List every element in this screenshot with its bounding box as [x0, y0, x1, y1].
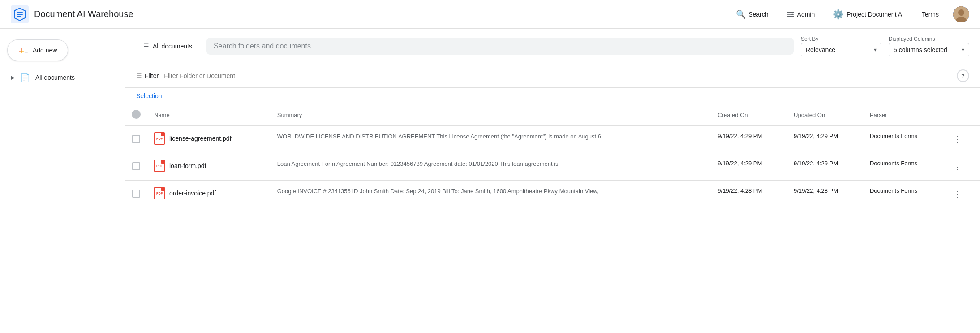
col-created-on: Created On: [710, 104, 787, 126]
row-parser-cell: Documents Forms: [863, 181, 943, 208]
terms-nav-label: Terms: [922, 11, 939, 18]
pdf-icon: PDF: [154, 160, 165, 172]
row-name-cell: PDFlicense-agreement.pdf: [147, 126, 270, 153]
col-updated-on: Updated On: [787, 104, 863, 126]
sidebar-item-label: All documents: [35, 74, 75, 81]
app-title: Document AI Warehouse: [34, 9, 133, 19]
chevron-right-icon: ▶: [11, 74, 15, 81]
col-actions: [943, 104, 980, 126]
select-all-checkbox[interactable]: [132, 110, 141, 119]
col-summary: Summary: [270, 104, 711, 126]
main-content: ☰ All documents Search folders and docum…: [125, 29, 980, 333]
filter-label: Filter: [145, 72, 159, 79]
columns-dropdown: Displayed Columns 5 columns selected ▾: [889, 36, 969, 56]
doc-name-wrapper: PDFloan-form.pdf: [154, 160, 263, 172]
updated-on-value: 9/19/22, 4:29 PM: [794, 133, 838, 139]
col-name: Name: [147, 104, 270, 126]
file-name[interactable]: order-invoice.pdf: [169, 190, 216, 197]
selection-bar: Selection: [125, 88, 980, 104]
project-nav-item[interactable]: ⚙️ Project Document AI: [829, 6, 907, 22]
updated-on-value: 9/19/22, 4:28 PM: [794, 187, 838, 194]
plus-icon: +: [18, 45, 28, 55]
table-row: PDFloan-form.pdfLoan Agreement Form Agre…: [125, 153, 980, 181]
more-actions-button[interactable]: ⋮: [950, 187, 964, 201]
file-name[interactable]: loan-form.pdf: [169, 162, 206, 169]
row-actions-cell: ⋮: [943, 153, 980, 181]
top-nav: Document AI Warehouse 🔍 Search Admin ⚙️ …: [0, 0, 980, 29]
documents-table: Name Summary Created On Updated On Parse…: [125, 104, 980, 208]
sidebar-item-all-documents[interactable]: ▶ 📄 All documents: [4, 68, 121, 87]
logo-icon: [11, 5, 29, 23]
admin-nav-label: Admin: [797, 11, 815, 18]
row-updated-on-cell: 9/19/22, 4:29 PM: [787, 126, 863, 153]
filter-button[interactable]: ☰ Filter: [136, 72, 159, 79]
row-created-on-cell: 9/19/22, 4:29 PM: [710, 126, 787, 153]
row-checkbox-cell: [125, 126, 147, 153]
row-checkbox[interactable]: [132, 190, 140, 198]
filter-icon: ☰: [136, 72, 142, 79]
sort-by-value: Relevance: [806, 46, 835, 53]
row-created-on-cell: 9/19/22, 4:29 PM: [710, 153, 787, 181]
sort-by-select[interactable]: Relevance ▾: [801, 43, 881, 56]
table-row: PDFlicense-agreement.pdfWORLDWIDE LICENS…: [125, 126, 980, 153]
row-checkbox[interactable]: [132, 135, 140, 143]
gear-icon: ⚙️: [833, 9, 844, 20]
columns-select[interactable]: 5 columns selected ▾: [889, 43, 969, 56]
admin-nav-item[interactable]: Admin: [783, 8, 819, 21]
row-summary-cell: Loan Agreement Form Agreement Number: 01…: [270, 153, 711, 181]
selection-link[interactable]: Selection: [136, 92, 162, 99]
add-new-button[interactable]: + Add new: [7, 39, 68, 61]
row-actions-cell: ⋮: [943, 126, 980, 153]
search-nav-label: Search: [748, 11, 768, 18]
svg-point-3: [788, 16, 789, 17]
hamburger-icon: ☰: [143, 43, 149, 50]
pdf-label: PDF: [156, 164, 163, 168]
pdf-label: PDF: [156, 192, 163, 195]
sidebar: + Add new ▶ 📄 All documents: [0, 29, 125, 333]
more-actions-button[interactable]: ⋮: [950, 132, 964, 147]
updated-on-value: 9/19/22, 4:29 PM: [794, 160, 838, 167]
search-bar[interactable]: Search folders and documents: [206, 38, 794, 55]
file-name[interactable]: license-agreement.pdf: [169, 135, 232, 142]
columns-value: 5 columns selected: [894, 46, 947, 53]
search-bar-placeholder: Search folders and documents: [214, 42, 311, 50]
summary-text: Loan Agreement Form Agreement Number: 01…: [277, 160, 559, 167]
avatar-image: [953, 6, 969, 22]
document-icon: 📄: [20, 73, 30, 82]
created-on-value: 9/19/22, 4:29 PM: [718, 160, 762, 167]
toolbar: ☰ All documents Search folders and docum…: [125, 29, 980, 64]
row-created-on-cell: 9/19/22, 4:28 PM: [710, 181, 787, 208]
table-header: Name Summary Created On Updated On Parse…: [125, 104, 980, 126]
app-logo: Document AI Warehouse: [11, 5, 133, 23]
terms-nav-item[interactable]: Terms: [918, 8, 942, 21]
more-actions-button[interactable]: ⋮: [950, 160, 964, 174]
admin-icon: [787, 10, 795, 18]
summary-text: Google INVOICE # 23413561D John Smith Da…: [277, 188, 599, 195]
row-checkbox[interactable]: [132, 162, 140, 170]
nav-actions: 🔍 Search Admin ⚙️ Project Document AI Te…: [732, 6, 969, 22]
pdf-icon: PDF: [154, 187, 165, 199]
parser-value: Documents Forms: [870, 160, 917, 167]
row-actions-cell: ⋮: [943, 181, 980, 208]
columns-dropdown-arrow: ▾: [962, 47, 964, 53]
svg-point-5: [958, 9, 964, 16]
table-body: PDFlicense-agreement.pdfWORLDWIDE LICENS…: [125, 126, 980, 208]
filter-input[interactable]: [164, 72, 951, 79]
table-row: PDForder-invoice.pdfGoogle INVOICE # 234…: [125, 181, 980, 208]
table-container: Name Summary Created On Updated On Parse…: [125, 104, 980, 333]
row-checkbox-cell: [125, 153, 147, 181]
row-parser-cell: Documents Forms: [863, 153, 943, 181]
main-layout: + Add new ▶ 📄 All documents ☰ All docume…: [0, 29, 980, 333]
search-nav-item[interactable]: 🔍 Search: [732, 7, 772, 22]
all-documents-button[interactable]: ☰ All documents: [136, 39, 199, 53]
sort-dropdown-arrow: ▾: [874, 47, 877, 53]
help-icon[interactable]: ?: [957, 69, 969, 82]
checkbox-column-header: [125, 104, 147, 126]
row-parser-cell: Documents Forms: [863, 126, 943, 153]
doc-name-wrapper: PDFlicense-agreement.pdf: [154, 132, 263, 145]
filter-bar: ☰ Filter ?: [125, 64, 980, 88]
row-updated-on-cell: 9/19/22, 4:29 PM: [787, 153, 863, 181]
columns-label: Displayed Columns: [889, 36, 969, 42]
search-icon: 🔍: [736, 9, 746, 19]
avatar[interactable]: [953, 6, 969, 22]
